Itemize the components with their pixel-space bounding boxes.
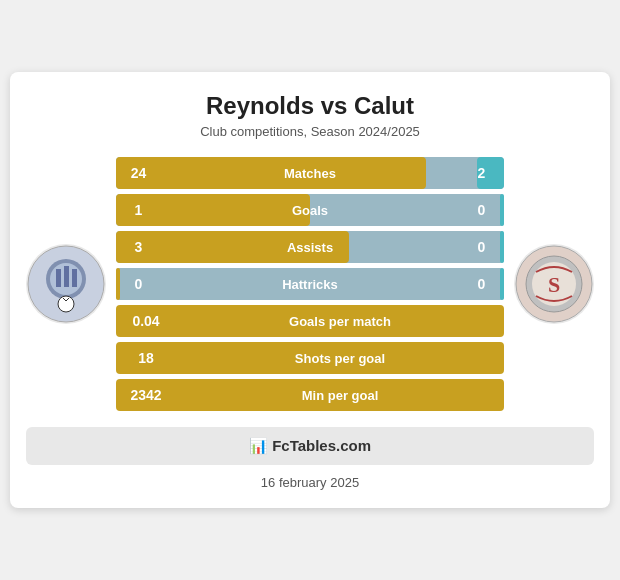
- matches-right-val: 2: [459, 165, 504, 181]
- page-title: Reynolds vs Calut: [26, 92, 594, 120]
- shots-per-goal-label: Shots per goal: [176, 351, 504, 366]
- right-team-badge: S: [514, 244, 594, 324]
- stat-row-goals-per-match: 0.04 Goals per match: [116, 305, 504, 337]
- svg-rect-3: [56, 269, 61, 287]
- goals-label: Goals: [161, 203, 459, 218]
- brand-label: FcTables.com: [272, 437, 371, 454]
- min-per-goal-label: Min per goal: [176, 388, 504, 403]
- goals-per-match-val: 0.04: [116, 313, 176, 329]
- comparison-card: Reynolds vs Calut Club competitions, Sea…: [10, 72, 610, 508]
- stat-row-goals: 1 Goals 0: [116, 194, 504, 226]
- svg-rect-4: [64, 266, 69, 287]
- assists-label: Assists: [161, 240, 459, 255]
- subtitle: Club competitions, Season 2024/2025: [26, 124, 594, 139]
- hattricks-left-val: 0: [116, 276, 161, 292]
- stat-row-shots-per-goal: 18 Shots per goal: [116, 342, 504, 374]
- matches-left-val: 24: [116, 165, 161, 181]
- goals-left-val: 1: [116, 202, 161, 218]
- left-team-badge: [26, 244, 106, 324]
- matches-label: Matches: [161, 166, 459, 181]
- assists-right-val: 0: [459, 239, 504, 255]
- goals-right-val: 0: [459, 202, 504, 218]
- svg-point-6: [58, 296, 74, 312]
- stat-row-assists: 3 Assists 0: [116, 231, 504, 263]
- date-label: 16 february 2025: [26, 475, 594, 490]
- svg-rect-5: [72, 269, 77, 287]
- assists-left-val: 3: [116, 239, 161, 255]
- stat-row-min-per-goal: 2342 Min per goal: [116, 379, 504, 411]
- stat-row-matches: 24 Matches 2: [116, 157, 504, 189]
- shots-per-goal-val: 18: [116, 350, 176, 366]
- stat-row-hattricks: 0 Hattricks 0: [116, 268, 504, 300]
- content-area: 24 Matches 2 1 Goals 0: [26, 157, 594, 411]
- brand-bar: 📊 FcTables.com: [26, 427, 594, 465]
- min-per-goal-val: 2342: [116, 387, 176, 403]
- stats-container: 24 Matches 2 1 Goals 0: [116, 157, 504, 411]
- hattricks-label: Hattricks: [161, 277, 459, 292]
- goals-per-match-label: Goals per match: [176, 314, 504, 329]
- brand-icon: 📊: [249, 437, 268, 454]
- svg-text:S: S: [548, 272, 560, 297]
- hattricks-right-val: 0: [459, 276, 504, 292]
